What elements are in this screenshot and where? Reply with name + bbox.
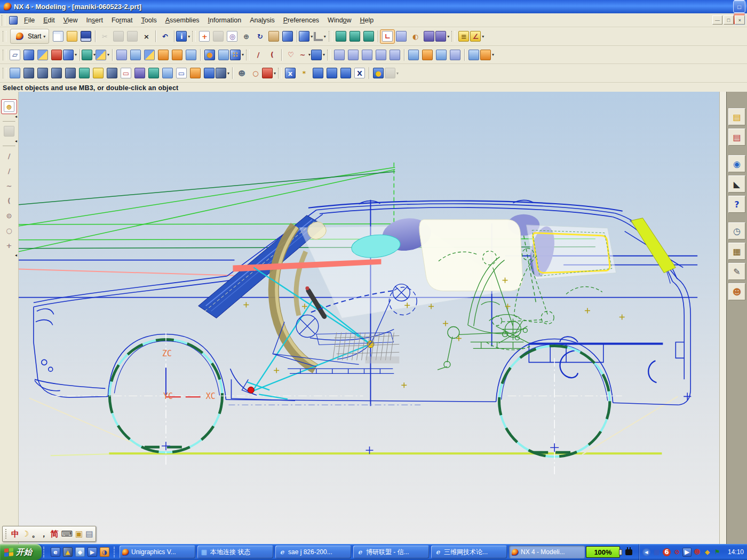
hoop-icon[interactable] bbox=[147, 67, 161, 80]
toolbar-grip[interactable] bbox=[192, 31, 196, 42]
ime-clipboard-icon[interactable]: ▤ bbox=[85, 530, 93, 538]
line-curve-icon[interactable]: / bbox=[251, 48, 265, 61]
sheet-box-icon[interactable] bbox=[22, 48, 36, 61]
task-button-4[interactable]: e博研联盟 - 信... bbox=[353, 546, 429, 558]
van-icon[interactable]: ▭ bbox=[174, 67, 188, 80]
cone-icon[interactable] bbox=[115, 48, 129, 61]
paste-icon[interactable] bbox=[125, 30, 139, 43]
toolbar-grip[interactable] bbox=[3, 50, 6, 60]
menu-file[interactable]: File bbox=[20, 15, 39, 26]
block-icon[interactable] bbox=[142, 48, 156, 61]
pan-icon[interactable] bbox=[267, 30, 281, 43]
vehicle-top-icon[interactable] bbox=[8, 67, 22, 80]
line-midpoint-tool-icon[interactable]: / bbox=[2, 164, 17, 178]
wiper-area-icon[interactable] bbox=[77, 67, 91, 80]
task-button-2[interactable]: ▦本地连接 状态 bbox=[197, 546, 273, 558]
task-button-3[interactable]: esae j 826-200... bbox=[275, 546, 351, 558]
chevron-down-icon[interactable]: ▾ bbox=[322, 52, 326, 57]
corner-icon[interactable] bbox=[467, 48, 481, 61]
ime-charset[interactable]: 简 bbox=[50, 530, 58, 538]
part-navigator-icon[interactable]: ▤ bbox=[728, 129, 745, 146]
chevron-down-icon[interactable]: ▾ bbox=[226, 71, 231, 76]
move-object-icon[interactable] bbox=[422, 30, 436, 43]
snap-point-icon[interactable]: ⊕ bbox=[2, 100, 17, 114]
tray-media-icon[interactable]: ▶ bbox=[682, 547, 692, 557]
vehicle-front-photo-icon[interactable] bbox=[105, 67, 119, 80]
task-button-1[interactable]: Unigraphics V... bbox=[120, 546, 195, 558]
web-browser-icon[interactable]: ◉ bbox=[728, 155, 745, 172]
line-tool-icon[interactable]: / bbox=[2, 149, 17, 163]
manikin-seated2-icon[interactable] bbox=[50, 67, 63, 80]
open-icon[interactable] bbox=[65, 30, 79, 43]
chevron-down-icon[interactable]: ▾ bbox=[187, 34, 191, 39]
hoop-figure-icon[interactable]: ○ bbox=[249, 67, 263, 80]
tray-agent-icon[interactable]: ☻ bbox=[692, 547, 702, 557]
ime-keyboard-icon[interactable]: ⌨ bbox=[61, 530, 73, 538]
derived-curves-icon[interactable] bbox=[2, 124, 17, 138]
chevron-down-icon[interactable]: ▾ bbox=[106, 52, 110, 57]
arc-tool-icon[interactable]: ( bbox=[2, 194, 17, 207]
slab-icon[interactable] bbox=[217, 48, 231, 61]
vehicle-outline-icon[interactable]: ▭ bbox=[119, 67, 133, 80]
hole-icon[interactable]: ● bbox=[203, 48, 217, 61]
toolbar-grip[interactable] bbox=[3, 68, 6, 78]
menu-preferences[interactable]: Preferences bbox=[279, 15, 323, 26]
mount-part3-icon[interactable] bbox=[339, 67, 353, 80]
information-dropdown-icon[interactable]: i▾ bbox=[177, 30, 190, 43]
shell-icon[interactable] bbox=[184, 48, 198, 61]
posture-dropdown-icon[interactable]: ▾ bbox=[263, 67, 276, 80]
shaded-view-icon[interactable] bbox=[281, 30, 295, 43]
object-display-icon[interactable]: ◐ bbox=[408, 30, 422, 43]
flyout-arrow-icon[interactable]: ◂ bbox=[0, 114, 19, 119]
manikin-seated1-icon[interactable] bbox=[36, 67, 50, 80]
zoom-box-icon[interactable]: ◎ bbox=[225, 30, 239, 43]
center-plus-markers[interactable] bbox=[366, 393, 692, 454]
new-icon[interactable] bbox=[51, 30, 65, 43]
tire-dropdown-icon[interactable]: ▾ bbox=[216, 67, 230, 80]
wave-link-icon[interactable]: ● bbox=[371, 67, 385, 80]
toolbar-grip[interactable] bbox=[327, 50, 331, 60]
help-icon[interactable]: ? bbox=[728, 196, 745, 213]
quick-launch-media-icon[interactable]: ▶ bbox=[87, 547, 98, 557]
mdi-close-button[interactable]: × bbox=[735, 15, 745, 25]
quick-launch-nx-icon[interactable]: ◑ bbox=[99, 547, 110, 557]
quick-launch-ie-icon[interactable]: e bbox=[50, 547, 61, 557]
extrude-dropdown-icon[interactable]: ▾ bbox=[63, 48, 77, 61]
through-curves-icon[interactable] bbox=[346, 48, 360, 61]
sphere-icon[interactable] bbox=[129, 48, 142, 61]
mount-part1-icon[interactable] bbox=[311, 67, 325, 80]
projection-icon[interactable] bbox=[133, 67, 147, 80]
history-icon[interactable]: ◷ bbox=[728, 222, 745, 239]
mouse-shape-icon[interactable] bbox=[91, 67, 105, 80]
half-section-icon[interactable] bbox=[36, 48, 50, 61]
manikin-seated3-icon[interactable] bbox=[63, 67, 77, 80]
menu-assemblies[interactable]: Assemblies bbox=[161, 15, 204, 26]
rotate-view-icon[interactable]: ↻ bbox=[253, 30, 267, 43]
menubar-grip[interactable] bbox=[2, 15, 5, 26]
frame-icon[interactable] bbox=[202, 67, 216, 80]
viewport[interactable]: ZC YC XC bbox=[19, 92, 719, 544]
boolean-dropdown-icon[interactable]: ▾ bbox=[82, 48, 96, 61]
system-menu-icon[interactable] bbox=[9, 16, 18, 25]
chevron-down-icon[interactable]: ▾ bbox=[491, 52, 495, 57]
tools-gear-icon[interactable]: * bbox=[297, 67, 311, 80]
quick-launch-app1-icon[interactable]: ▲ bbox=[62, 547, 73, 557]
ime-grip[interactable] bbox=[5, 529, 9, 539]
tray-flag-icon[interactable]: ⚑ bbox=[712, 547, 722, 557]
tray-block-icon[interactable]: ⊘ bbox=[672, 547, 682, 557]
tray-download-icon[interactable]: 6 bbox=[662, 547, 672, 557]
bend-icon[interactable] bbox=[448, 48, 462, 61]
chevron-down-icon[interactable]: ▾ bbox=[395, 71, 400, 76]
menu-help[interactable]: Help bbox=[356, 15, 378, 26]
pedestrian-icon[interactable]: ☻ bbox=[235, 67, 249, 80]
menu-format[interactable]: Format bbox=[107, 15, 137, 26]
rear-quarter-window[interactable] bbox=[526, 225, 616, 279]
flange-icon[interactable] bbox=[420, 48, 434, 61]
face-blend-icon[interactable] bbox=[170, 48, 184, 61]
steering-hub-point[interactable] bbox=[305, 286, 309, 290]
toolbar-grip[interactable] bbox=[278, 68, 282, 78]
copy-object-dropdown-icon[interactable]: ▾ bbox=[436, 30, 450, 43]
quick-launch-app2-icon[interactable]: ◆ bbox=[75, 547, 85, 557]
expressions-icon[interactable]: x bbox=[283, 67, 297, 80]
palettes-icon[interactable]: ▦ bbox=[728, 243, 745, 260]
